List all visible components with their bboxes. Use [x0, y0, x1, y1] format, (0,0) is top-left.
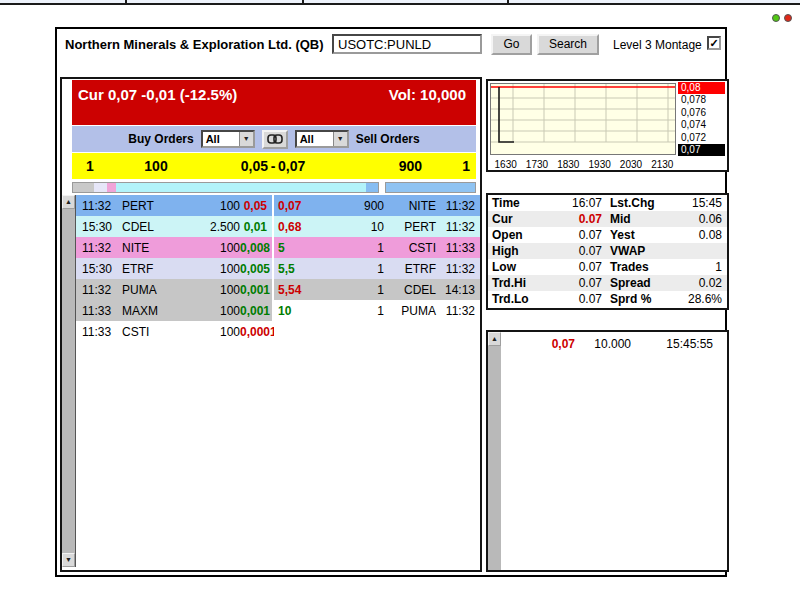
- search-button[interactable]: Search: [537, 34, 599, 55]
- depth-segment: [73, 183, 94, 192]
- trade-time: 15:45:55: [631, 337, 713, 351]
- divider: [125, 0, 127, 5]
- bid-cell: 11:33MAXM1000,001: [76, 300, 272, 321]
- chart-plot-area: [490, 83, 676, 155]
- order-book: ▲ ▼ 11:32PERT1000,05 0,07900NITE11:32 15…: [62, 195, 480, 567]
- book-rows: 11:32PERT1000,05 0,07900NITE11:32 15:30C…: [75, 195, 480, 567]
- quote-row: High0.07VWAP: [488, 243, 727, 259]
- ask-cell: 51CSTI11:33: [274, 237, 480, 258]
- depth-segment: [366, 183, 378, 192]
- current-price-value: 0.07: [548, 212, 602, 226]
- depth-distribution-bars: [72, 182, 476, 193]
- link-icon: [267, 134, 283, 144]
- background-window-strip: [0, 0, 800, 5]
- y-tick: 0,076: [678, 107, 725, 119]
- depth-segment: [386, 183, 475, 192]
- status-dot-red-icon: [784, 14, 792, 22]
- level3-montage-checkbox[interactable]: ✓: [707, 36, 721, 50]
- intraday-chart: 0,08 0,078 0,076 0,074 0,072 0,07 1630 1…: [486, 79, 729, 172]
- book-row[interactable]: 11:33CSTI1000,0001: [76, 321, 480, 342]
- ask-price: 0,07: [278, 158, 332, 174]
- trade-price: 0,07: [501, 337, 575, 351]
- bid-cell: 11:32NITE1000,008: [76, 237, 272, 258]
- trades-scrollbar[interactable]: ▲: [488, 332, 501, 570]
- ask-count: 1: [422, 158, 476, 174]
- y-tick: 0,074: [678, 119, 725, 131]
- quote-row: Time16:07Lst.Chg15:45: [488, 195, 727, 211]
- trade-rows: 0,07 10.000 15:45:55: [501, 332, 727, 570]
- last-price-line: [499, 87, 514, 142]
- y-tick: 0,072: [678, 132, 725, 144]
- ask-cell: [274, 321, 480, 342]
- header: Northern Minerals & Exploration Ltd. (QB…: [57, 29, 725, 60]
- bid-count: 1: [72, 158, 108, 174]
- chart-canvas: [491, 84, 675, 154]
- depth-segment: [94, 183, 106, 192]
- y-tick: 0,078: [678, 94, 725, 106]
- ask-cell: 5,51ETRF11:32: [274, 258, 480, 279]
- dropdown-arrow-icon: ▼: [239, 132, 253, 146]
- order-book-panel: Cur 0,07 -0,01 (-12.5%) Vol: 10,000 Buy …: [60, 77, 482, 572]
- y-tick: 0,08: [678, 82, 725, 94]
- symbol-input[interactable]: [332, 34, 482, 54]
- buy-filter-select[interactable]: All ▼: [201, 130, 255, 148]
- trade-size: 10.000: [575, 337, 631, 351]
- bid-cell: 15:30ETRF1000,005: [76, 258, 272, 279]
- x-tick: 1630: [495, 159, 517, 170]
- x-tick: 2030: [620, 159, 642, 170]
- book-row[interactable]: 15:30CDEL2.5000,01 0,6810PERT11:32: [76, 216, 480, 237]
- book-row[interactable]: 11:32PUMA1000,001 5,541CDEL14:13: [76, 279, 480, 300]
- go-button[interactable]: Go: [491, 34, 532, 55]
- x-tick: 1730: [526, 159, 548, 170]
- x-tick: 2130: [651, 159, 673, 170]
- best-bid-offer-row: 1 100 0,05 - 0,07 900 1: [72, 153, 476, 179]
- price-banner: Cur 0,07 -0,01 (-12.5%) Vol: 10,000: [72, 80, 476, 125]
- level3-montage-label: Level 3 Montage: [613, 38, 702, 52]
- montage-window: Northern Minerals & Exploration Ltd. (QB…: [55, 27, 727, 577]
- depth-segment: [116, 183, 366, 192]
- quote-row: Trd.Lo0.07Sprd %28.6%: [488, 291, 727, 307]
- book-row[interactable]: 11:32NITE1000,008 51CSTI11:33: [76, 237, 480, 258]
- quote-row: Trd.Hi0.07Spread0.02: [488, 275, 727, 291]
- bid-size: 100: [108, 158, 204, 174]
- spread-separator: -: [268, 158, 278, 174]
- divider: [302, 0, 304, 5]
- bid-price: 0,05: [204, 158, 268, 174]
- company-name: Northern Minerals & Exploration Ltd. (QB…: [65, 37, 324, 52]
- screen: { "icons": { "up_arrow": "▲", "down_arro…: [0, 0, 800, 600]
- book-row[interactable]: 11:33MAXM1000,001 101PUMA11:32: [76, 300, 480, 321]
- depth-segment: [107, 183, 116, 192]
- ask-cell: 101PUMA11:32: [274, 300, 480, 321]
- bid-cell: 15:30CDEL2.5000,01: [76, 216, 272, 237]
- quote-row: Cur0.07Mid0.06: [488, 211, 727, 227]
- scroll-down-icon[interactable]: ▼: [62, 553, 75, 567]
- sell-filter-select[interactable]: All ▼: [295, 130, 349, 148]
- link-filters-button[interactable]: [262, 130, 288, 149]
- right-panel: Stats Histogram Chart TickScope: [486, 60, 729, 572]
- book-row[interactable]: 11:32PERT1000,05 0,07900NITE11:32: [76, 195, 480, 216]
- trade-row[interactable]: 0,07 10.000 15:45:55: [501, 337, 727, 351]
- quote-info-table: Time16:07Lst.Chg15:45 Cur0.07Mid0.06 Ope…: [486, 193, 729, 310]
- trades-list: ▲ 0,07 10.000 15:45:55: [486, 330, 729, 572]
- scroll-up-icon[interactable]: ▲: [62, 195, 75, 209]
- ask-cell: 0,07900NITE11:32: [274, 195, 480, 216]
- dropdown-arrow-icon: ▼: [333, 132, 347, 146]
- current-price-change: Cur 0,07 -0,01 (-12.5%): [78, 86, 237, 125]
- order-filter-bar: Buy Orders All ▼ All ▼ Sell Orders: [72, 126, 476, 152]
- chart-y-axis: 0,08 0,078 0,076 0,074 0,072 0,07: [678, 82, 725, 156]
- ask-depth-bar: [385, 182, 476, 193]
- ask-cell: 0,6810PERT11:32: [274, 216, 480, 237]
- scroll-up-icon[interactable]: ▲: [488, 332, 501, 346]
- sell-orders-label: Sell Orders: [356, 132, 420, 146]
- status-dot-green-icon: [772, 14, 780, 22]
- quote-row: Low0.07Trades1: [488, 259, 727, 275]
- x-tick: 1930: [589, 159, 611, 170]
- chart-view-tabs: Stats Histogram Chart TickScope: [486, 60, 729, 77]
- bid-cell: 11:33CSTI1000,0001: [76, 321, 272, 342]
- book-row[interactable]: 15:30ETRF1000,005 5,51ETRF11:32: [76, 258, 480, 279]
- volume: Vol: 10,000: [389, 86, 466, 125]
- y-tick: 0,07: [678, 144, 725, 156]
- divider: [507, 0, 509, 5]
- book-scrollbar[interactable]: ▲ ▼: [62, 195, 75, 567]
- ask-cell: 5,541CDEL14:13: [274, 279, 480, 300]
